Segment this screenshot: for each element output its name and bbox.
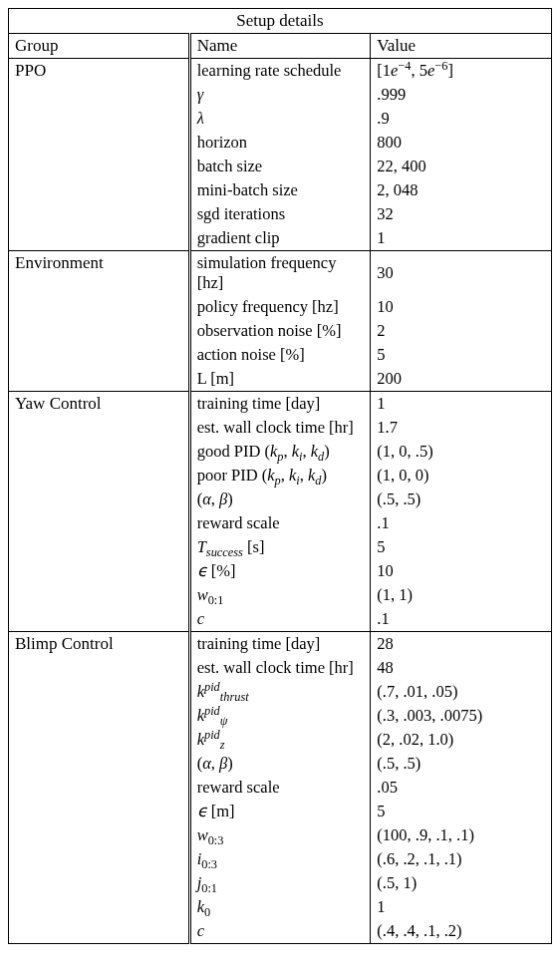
param-value: 10: [371, 295, 552, 319]
param-name: simulation frequency [hz]: [189, 251, 371, 296]
param-name: c: [189, 607, 371, 632]
table-row: PPOlearning rate schedule[1e−4, 5e−6]: [9, 59, 552, 84]
group-label: PPO: [9, 59, 190, 251]
param-value: (.6, .2, .1, .1): [371, 847, 552, 871]
param-name: learning rate schedule: [189, 59, 371, 84]
param-value: 5: [371, 535, 552, 559]
param-value: .05: [371, 776, 552, 800]
param-value: 30: [371, 251, 552, 296]
param-name: training time [day]: [189, 392, 371, 417]
param-value: (.7, .01, .05): [371, 680, 552, 704]
param-name: i0:3: [189, 847, 371, 871]
param-name: c: [189, 919, 371, 944]
param-name: reward scale: [189, 776, 371, 800]
param-name: Tsuccess [s]: [189, 535, 371, 559]
param-value: 10: [371, 559, 552, 583]
param-name: horizon: [189, 131, 371, 155]
param-value: .9: [371, 107, 552, 131]
param-value: (1, 0, .5): [371, 440, 552, 464]
group-label: Yaw Control: [9, 392, 190, 632]
header-group: Group: [9, 34, 190, 59]
param-value: 1: [371, 895, 552, 919]
param-value: 32: [371, 202, 552, 226]
param-name: (α, β): [189, 488, 371, 511]
param-name: policy frequency [hz]: [189, 295, 371, 319]
param-name: kpidψ: [189, 704, 371, 728]
param-value: (1, 1): [371, 583, 552, 607]
param-value: (100, .9, .1, .1): [371, 823, 552, 847]
param-value: (.5, .5): [371, 752, 552, 776]
param-name: γ: [189, 83, 371, 107]
param-name: batch size: [189, 155, 371, 178]
param-name: kpidz: [189, 728, 371, 752]
param-value: (.3, .003, .0075): [371, 704, 552, 728]
param-value: .999: [371, 83, 552, 107]
param-name: good PID (kp, ki, kd): [189, 440, 371, 464]
param-name: kpidthrust: [189, 680, 371, 704]
param-value: 1: [371, 392, 552, 417]
param-value: 48: [371, 656, 552, 680]
param-name: gradient clip: [189, 226, 371, 251]
group-label: Environment: [9, 251, 190, 392]
param-name: j0:1: [189, 871, 371, 895]
param-name: est. wall clock time [hr]: [189, 416, 371, 440]
param-value: (2, .02, 1.0): [371, 728, 552, 752]
table-row: Blimp Controltraining time [day]28: [9, 632, 552, 657]
param-value: 2: [371, 319, 552, 343]
param-name: est. wall clock time [hr]: [189, 656, 371, 680]
table-row: Yaw Controltraining time [day]1: [9, 392, 552, 417]
param-name: ϵ [m]: [189, 800, 371, 823]
param-name: training time [day]: [189, 632, 371, 657]
param-value: 200: [371, 367, 552, 392]
param-value: 5: [371, 343, 552, 367]
param-name: k0: [189, 895, 371, 919]
param-name: (α, β): [189, 752, 371, 776]
param-name: L [m]: [189, 367, 371, 392]
param-value: (1, 0, 0): [371, 464, 552, 488]
header-name: Name: [189, 34, 371, 59]
param-value: .1: [371, 511, 552, 535]
table-header-row: Group Name Value: [9, 34, 552, 59]
table-title: Setup details: [9, 9, 552, 34]
param-name: ϵ [%]: [189, 559, 371, 583]
param-value: 5: [371, 800, 552, 823]
param-value: 2, 048: [371, 178, 552, 202]
param-value: 800: [371, 131, 552, 155]
table-row: Environmentsimulation frequency [hz]30: [9, 251, 552, 296]
param-value: (.5, .5): [371, 488, 552, 511]
param-name: sgd iterations: [189, 202, 371, 226]
param-name: λ: [189, 107, 371, 131]
param-name: poor PID (kp, ki, kd): [189, 464, 371, 488]
param-value: (.4, .4, .1, .2): [371, 919, 552, 944]
param-name: observation noise [%]: [189, 319, 371, 343]
setup-table: Setup details Group Name Value PPOlearni…: [8, 8, 552, 944]
param-name: w0:3: [189, 823, 371, 847]
param-name: reward scale: [189, 511, 371, 535]
param-name: action noise [%]: [189, 343, 371, 367]
param-value: 22, 400: [371, 155, 552, 178]
header-value: Value: [371, 34, 552, 59]
param-name: w0:1: [189, 583, 371, 607]
param-value: 1.7: [371, 416, 552, 440]
param-name: mini-batch size: [189, 178, 371, 202]
param-value: .1: [371, 607, 552, 632]
param-value: 1: [371, 226, 552, 251]
param-value: (.5, 1): [371, 871, 552, 895]
param-value: 28: [371, 632, 552, 657]
param-value: [1e−4, 5e−6]: [371, 59, 552, 84]
group-label: Blimp Control: [9, 632, 190, 944]
